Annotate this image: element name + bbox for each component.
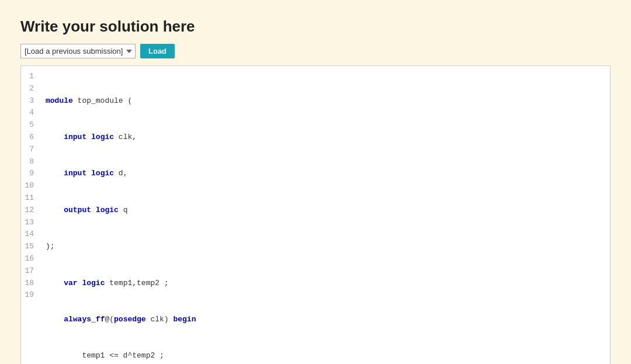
toolbar: [Load a previous submission] Load xyxy=(20,44,611,58)
code-line: module top_module ( xyxy=(46,95,604,108)
code-line: temp1 <= d^temp2 ; xyxy=(46,350,604,362)
page-title: Write your solution here xyxy=(20,18,611,36)
page-container: Write your solution here [Load a previou… xyxy=(12,12,619,364)
submission-select[interactable]: [Load a previous submission] xyxy=(20,44,136,58)
code-line: input logic d, xyxy=(46,168,604,180)
code-line: always_ff@(posedge clk) begin xyxy=(46,314,604,326)
code-editor[interactable]: 1 2 3 4 5 6 7 8 9 10 11 12 13 14 15 16 1… xyxy=(21,66,610,364)
code-editor-container: 1 2 3 4 5 6 7 8 9 10 11 12 13 14 15 16 1… xyxy=(20,65,611,364)
load-button[interactable]: Load xyxy=(140,44,175,58)
code-line: output logic q xyxy=(46,204,604,217)
code-line: ); xyxy=(46,241,604,253)
code-line: var logic temp1,temp2 ; xyxy=(46,278,604,290)
code-content[interactable]: module top_module ( input logic clk, inp… xyxy=(40,66,610,364)
code-line: input logic clk, xyxy=(46,131,604,144)
line-numbers: 1 2 3 4 5 6 7 8 9 10 11 12 13 14 15 16 1… xyxy=(21,66,40,364)
